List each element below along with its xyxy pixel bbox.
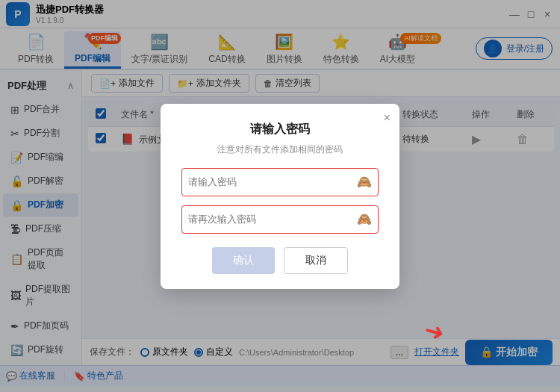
password-input-wrap: 🙈 (181, 168, 379, 196)
arrow-indicator: ➜ (421, 315, 448, 348)
modal-cancel-button[interactable]: 取消 (284, 247, 348, 274)
confirm-password-input-wrap: 🙈 (181, 205, 379, 234)
password-modal: × 请输入密码 注意对所有文件添加相同的密码 🙈 🙈 确认 取消 (161, 104, 399, 289)
modal-confirm-button[interactable]: 确认 (212, 247, 275, 274)
toggle-confirm-password-icon[interactable]: 🙈 (357, 212, 372, 226)
confirm-password-input[interactable] (188, 209, 357, 230)
modal-hint: 注意对所有文件添加相同的密码 (181, 143, 379, 156)
password-input[interactable] (188, 172, 357, 193)
toggle-password-icon[interactable]: 🙈 (357, 175, 372, 189)
modal-title: 请输入密码 (181, 122, 379, 137)
modal-overlay: × 请输入密码 注意对所有文件添加相同的密码 🙈 🙈 确认 取消 ➜ (0, 0, 560, 392)
modal-close-button[interactable]: × (384, 111, 391, 125)
modal-actions: 确认 取消 (181, 247, 379, 274)
